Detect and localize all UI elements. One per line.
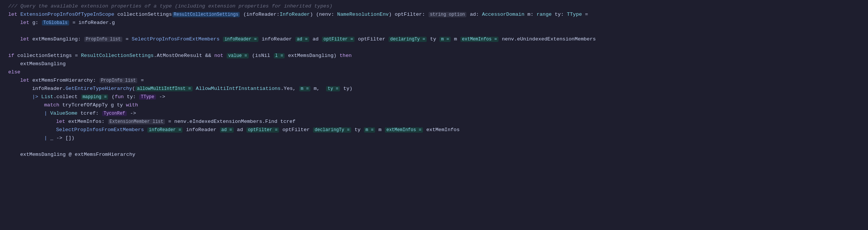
code-editor: /// Query the available extension proper…	[0, 0, 868, 230]
code-line: |> List.collect mapping = (fun ty: TType…	[3, 93, 868, 101]
code-line	[3, 27, 868, 35]
code-line: SelectPropInfosFromExtMembers infoReader…	[3, 126, 868, 134]
code-line: | _ -> [])	[3, 134, 868, 142]
code-line: if collectionSettings = ResultCollection…	[3, 52, 868, 60]
code-line: /// Query the available extension proper…	[3, 2, 868, 10]
code-line: let extMemsDangling: PropInfo list = Sel…	[3, 35, 868, 43]
code-line: extMemsDangling	[3, 60, 868, 68]
code-line: | ValueSome tcref: TyconRef ->	[3, 109, 868, 118]
code-line: else	[3, 68, 868, 76]
code-line: let extMemInfos: ExtensionMember list = …	[3, 118, 868, 126]
code-line: extMemsDangling @ extMemsFromHierarchy	[3, 151, 868, 159]
code-line	[3, 142, 868, 151]
code-line	[3, 43, 868, 52]
code-line: match tryTcrefOfAppTy g ty with	[3, 101, 868, 109]
code-line: let g: TcGlobals = infoReader.g	[3, 19, 868, 27]
code-line: let ExtensionPropInfosOfTypeInScope coll…	[3, 10, 868, 19]
code-line: infoReader.GetEntireTypeHierarchy(allowM…	[3, 85, 868, 93]
code-line: let extMemsFromHierarchy: PropInfo list …	[3, 76, 868, 85]
